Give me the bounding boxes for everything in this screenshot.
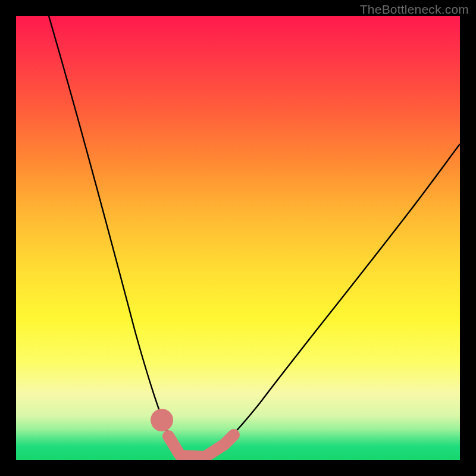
marker-dot	[156, 415, 167, 425]
marker-capsule-4	[226, 435, 234, 443]
watermark-text: TheBottleneck.com	[360, 2, 469, 17]
bottleneck-curve	[49, 16, 460, 459]
trough-marker-group	[156, 415, 234, 457]
chart-plot-area	[16, 16, 460, 460]
curve-layer	[16, 16, 460, 460]
